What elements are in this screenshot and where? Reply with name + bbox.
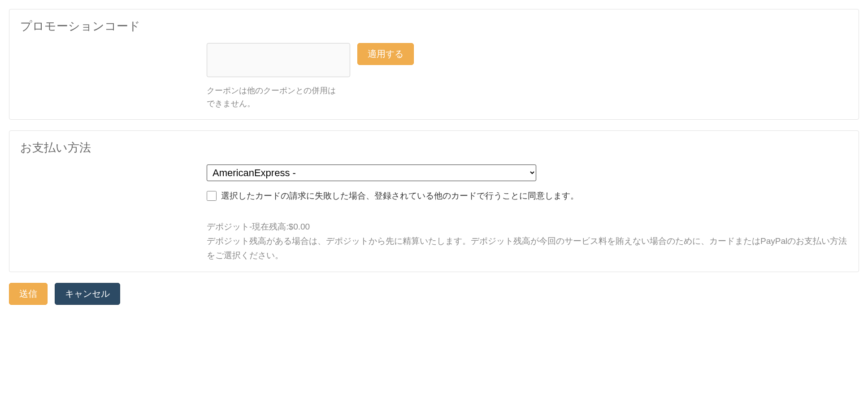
payment-method-panel: お支払い方法 AmericanExpress - 選択したカードの請求に失敗した… [9, 130, 859, 273]
payment-select-wrapper: AmericanExpress - [207, 165, 848, 181]
promo-code-title: プロモーションコード [20, 18, 848, 34]
action-buttons: 送信 キャンセル [9, 283, 859, 305]
promo-help-text: クーポンは他のクーポンとの併用は できません。 [207, 84, 359, 110]
promo-content: 適用する クーポンは他のクーポンとの併用は できません。 [207, 43, 848, 110]
promo-help-line2: できません。 [207, 97, 359, 110]
fallback-consent-checkbox[interactable] [207, 191, 217, 201]
promo-input-row: 適用する [207, 43, 848, 77]
deposit-note-text: デポジット残高がある場合は、デポジットから先に精算いたします。デポジット残高が今… [207, 234, 848, 263]
promo-code-panel: プロモーションコード 適用する クーポンは他のクーポンとの併用は できません。 [9, 9, 859, 120]
fallback-consent-label[interactable]: 選択したカードの請求に失敗した場合、登録されている他のカードで行うことに同意しま… [221, 190, 579, 202]
payment-method-title: お支払い方法 [20, 140, 848, 156]
payment-method-select[interactable]: AmericanExpress - [207, 165, 536, 181]
deposit-info: デポジット-現在残高:$0.00 デポジット残高がある場合は、デポジットから先に… [207, 220, 848, 263]
apply-button[interactable]: 適用する [357, 43, 414, 65]
cancel-button[interactable]: キャンセル [55, 283, 120, 305]
promo-form-row: 適用する クーポンは他のクーポンとの併用は できません。 [20, 43, 848, 110]
payment-form-row: AmericanExpress - 選択したカードの請求に失敗した場合、登録され… [20, 165, 848, 263]
submit-button[interactable]: 送信 [9, 283, 48, 305]
promo-code-input[interactable] [207, 43, 350, 77]
promo-help-line1: クーポンは他のクーポンとの併用は [207, 84, 359, 97]
payment-content: AmericanExpress - 選択したカードの請求に失敗した場合、登録され… [207, 165, 848, 263]
deposit-balance-text: デポジット-現在残高:$0.00 [207, 220, 848, 234]
fallback-consent-row: 選択したカードの請求に失敗した場合、登録されている他のカードで行うことに同意しま… [207, 190, 848, 202]
